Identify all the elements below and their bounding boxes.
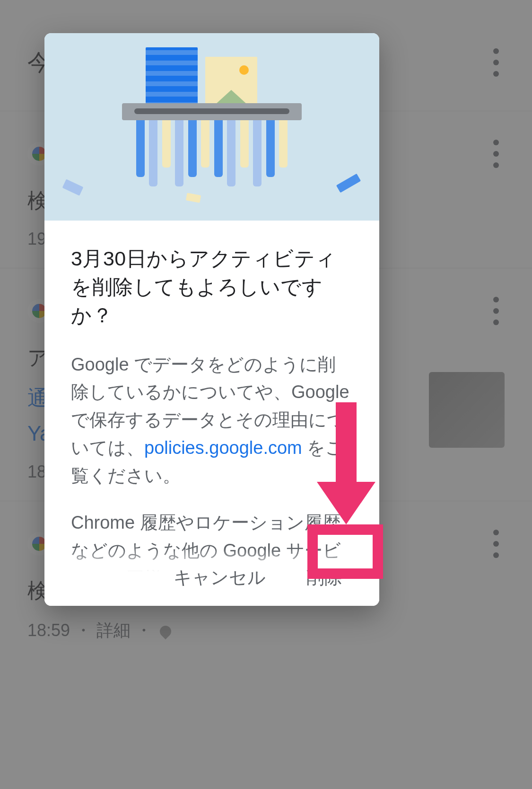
dialog-actions: キャンセル 削除 — [44, 549, 379, 606]
cancel-button[interactable]: キャンセル — [165, 555, 274, 600]
dialog-paragraph: Google でデータをどのように削除しているかについてや、Google で保存… — [71, 351, 353, 490]
dialog-body: 3月30日からアクティビティを削除してもよろしいですか？ Google でデータ… — [44, 221, 379, 606]
paper-shreds-icon — [136, 120, 288, 186]
delete-confirmation-dialog: 3月30日からアクティビティを削除してもよろしいですか？ Google でデータ… — [44, 33, 379, 606]
delete-button[interactable]: 削除 — [298, 555, 351, 600]
policies-link[interactable]: policies.google.com — [144, 438, 302, 458]
dialog-title: 3月30日からアクティビティを削除してもよろしいですか？ — [71, 244, 353, 330]
shredder-illustration — [44, 33, 379, 221]
shredder-icon — [122, 103, 302, 120]
